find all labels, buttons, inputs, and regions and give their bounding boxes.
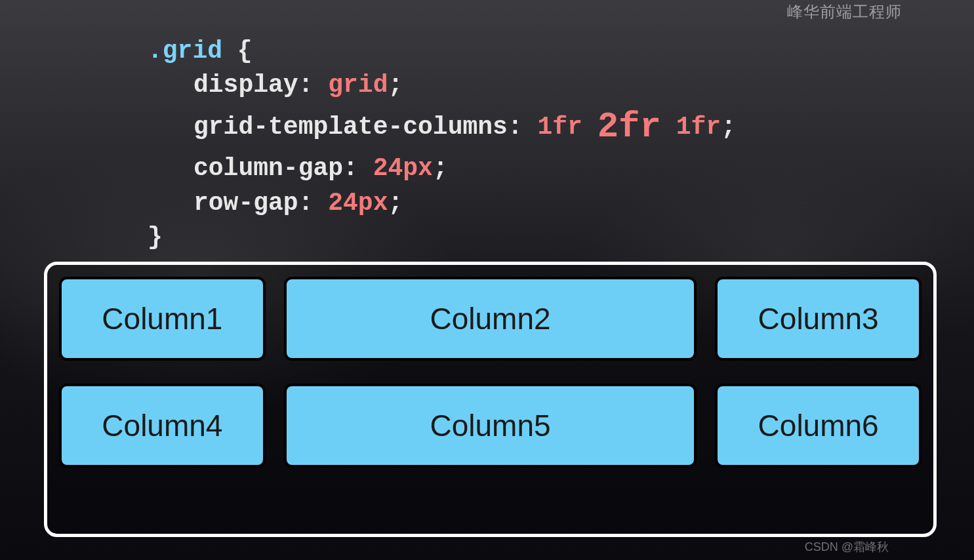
grid-cell: Column1 xyxy=(59,277,266,361)
grid-cell-label: Column1 xyxy=(102,301,222,336)
grid-cell: Column3 xyxy=(715,277,922,361)
css-code-block: .grid { display: grid; grid-template-col… xyxy=(148,34,736,255)
code-value-display: grid xyxy=(328,71,388,99)
grid-cell-label: Column5 xyxy=(430,408,550,443)
code-brace-close: } xyxy=(148,223,163,251)
grid-cell-label: Column2 xyxy=(430,301,550,336)
code-prop-rowgap: row-gap xyxy=(193,189,298,217)
grid-cell-label: Column4 xyxy=(102,408,222,443)
watermark-top: 峰华前端工程师 xyxy=(787,1,902,22)
code-prop-gtc: grid-template-columns xyxy=(193,113,508,141)
grid-cell-label: Column6 xyxy=(758,408,879,443)
code-value-rowgap: 24px xyxy=(328,189,388,217)
code-value-emphasized: 2fr xyxy=(598,107,661,147)
code-value-colgap: 24px xyxy=(373,154,433,182)
grid-demo: Column1 Column2 Column3 Column4 Column5 … xyxy=(59,277,922,475)
code-selector: .grid xyxy=(148,37,222,65)
watermark-bottom: CSDN @霜峰秋 xyxy=(805,539,889,555)
grid-cell: Column5 xyxy=(284,384,697,468)
grid-cell: Column6 xyxy=(715,384,922,468)
grid-cell-label: Column3 xyxy=(758,301,879,336)
grid-cell: Column2 xyxy=(284,277,697,361)
code-prop-colgap: column-gap xyxy=(193,154,343,182)
grid-demo-container: Column1 Column2 Column3 Column4 Column5 … xyxy=(44,262,937,537)
grid-cell: Column4 xyxy=(59,384,266,468)
code-prop-display: display xyxy=(193,71,298,99)
code-brace-open: { xyxy=(222,37,253,65)
